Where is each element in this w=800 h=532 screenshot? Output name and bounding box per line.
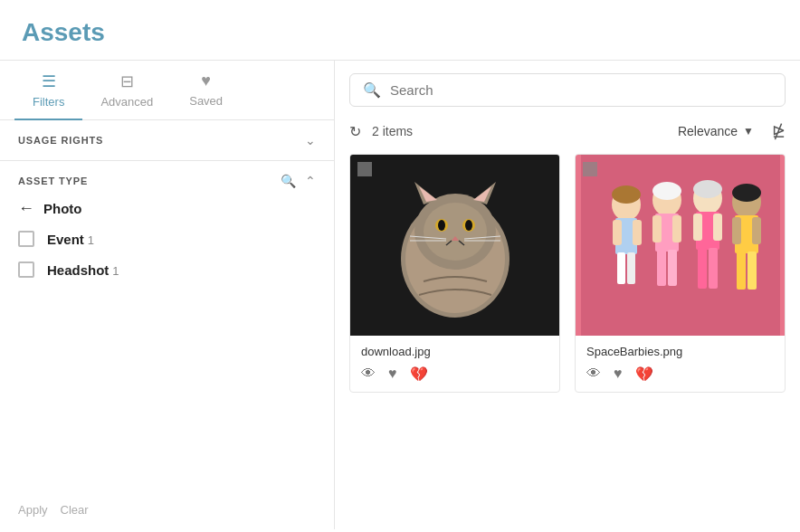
thumbnail-select-checkbox-2[interactable] (583, 162, 597, 176)
search-bar: 🔍 (349, 73, 786, 107)
sidebar: ☰ Filters ⊟ Advanced ♥ Saved USAGE RIGHT… (0, 61, 335, 529)
svg-rect-38 (709, 248, 718, 289)
asset-actions-1: 👁 ♥ 💔 (361, 366, 548, 383)
search-bar-container: 🔍 (335, 61, 800, 116)
back-arrow-icon: ← (18, 199, 34, 218)
headshot-checkbox-item: Headshot1 (18, 261, 316, 278)
event-label: Event1 (47, 232, 94, 247)
asset-actions-2: 👁 ♥ 💔 (586, 366, 774, 383)
tab-advanced[interactable]: ⊟ Advanced (82, 61, 171, 119)
refresh-icon[interactable]: ↻ (349, 123, 361, 140)
svg-rect-31 (657, 250, 666, 286)
search-icon: 🔍 (363, 81, 381, 99)
tab-advanced-label: Advanced (100, 95, 153, 109)
results-bar: ↻ 2 items Relevance ▼ ⋭ (335, 116, 800, 150)
content-area: 🔍 ↻ 2 items Relevance ▼ ⋭ (335, 61, 800, 529)
event-checkbox-item: Event1 (18, 231, 316, 247)
svg-rect-44 (748, 252, 757, 290)
svg-rect-36 (713, 214, 722, 241)
tab-saved[interactable]: ♥ Saved (171, 61, 241, 119)
svg-rect-43 (737, 252, 746, 290)
asset-search-icon[interactable]: 🔍 (281, 174, 296, 188)
usage-rights-section[interactable]: USAGE RIGHTS ⌄ (0, 120, 334, 161)
svg-rect-26 (627, 252, 635, 284)
thumbnail-select-checkbox-1[interactable] (357, 162, 372, 176)
tab-saved-label: Saved (189, 94, 223, 108)
svg-point-11 (438, 220, 445, 231)
saved-icon: ♥ (201, 71, 211, 90)
svg-rect-41 (732, 217, 741, 244)
remove-icon-1[interactable]: 💔 (410, 366, 428, 383)
svg-point-47 (693, 180, 722, 198)
asset-collapse-icon[interactable]: ⌃ (305, 174, 316, 188)
usage-rights-title: USAGE RIGHTS (18, 135, 103, 146)
filters-icon: ☰ (42, 71, 56, 91)
cat-image (356, 155, 555, 336)
svg-rect-37 (698, 248, 707, 289)
preview-icon-2[interactable]: 👁 (586, 366, 601, 383)
remove-icon-2[interactable]: 💔 (635, 366, 653, 383)
asset-name-2: SpaceBarbies.png (586, 345, 774, 358)
headshot-label: Headshot1 (47, 262, 119, 278)
asset-thumbnail-2 (576, 155, 785, 336)
tab-filters-label: Filters (33, 95, 64, 109)
asset-info-1: download.jpg 👁 ♥ 💔 (350, 336, 559, 392)
asset-type-controls: 🔍 ⌃ (281, 174, 316, 188)
asset-type-title: ASSET TYPE (18, 176, 88, 186)
tab-filters[interactable]: ☰ Filters (14, 61, 82, 119)
asset-name-1: download.jpg (361, 345, 548, 358)
barbie-image (581, 155, 780, 336)
svg-rect-29 (652, 215, 662, 242)
search-input[interactable] (390, 82, 772, 98)
svg-point-8 (424, 203, 487, 261)
assets-grid: download.jpg 👁 ♥ 💔 (335, 150, 800, 396)
sort-label: Relevance (678, 124, 738, 138)
svg-rect-42 (752, 217, 761, 244)
svg-rect-32 (668, 250, 677, 286)
back-to-photo[interactable]: ← Photo (18, 199, 316, 218)
headshot-count: 1 (112, 264, 119, 278)
svg-rect-24 (633, 220, 642, 245)
photo-label: Photo (43, 201, 82, 216)
svg-rect-35 (693, 214, 702, 241)
sort-chevron-icon: ▼ (743, 125, 754, 138)
svg-point-12 (465, 220, 472, 231)
advanced-icon: ⊟ (120, 71, 134, 91)
favorite-icon-1[interactable]: ♥ (388, 366, 397, 383)
svg-rect-25 (617, 252, 625, 284)
asset-card-1[interactable]: download.jpg 👁 ♥ 💔 (349, 154, 560, 393)
svg-rect-30 (672, 215, 681, 242)
event-count: 1 (88, 233, 94, 247)
asset-card-2[interactable]: SpaceBarbies.png 👁 ♥ 💔 (575, 154, 786, 393)
sidebar-tabs: ☰ Filters ⊟ Advanced ♥ Saved (0, 61, 334, 120)
items-count: 2 items (372, 124, 667, 138)
svg-point-46 (652, 182, 681, 200)
page-title: Assets (0, 0, 800, 61)
preview-icon-1[interactable]: 👁 (361, 366, 376, 383)
svg-rect-23 (613, 220, 622, 245)
chevron-down-icon: ⌄ (305, 133, 316, 147)
svg-point-48 (732, 184, 761, 202)
apply-button[interactable]: Apply (18, 503, 48, 517)
grid-view-icon[interactable]: ⋭ (772, 121, 786, 141)
asset-type-section: ASSET TYPE 🔍 ⌃ ← Photo Event1 (0, 161, 334, 292)
favorite-icon-2[interactable]: ♥ (614, 366, 623, 383)
event-checkbox[interactable] (18, 231, 34, 247)
svg-point-45 (612, 185, 641, 204)
asset-thumbnail-1 (350, 155, 559, 336)
headshot-checkbox[interactable] (18, 261, 34, 278)
sidebar-actions: Apply Clear (0, 490, 334, 529)
clear-button[interactable]: Clear (61, 503, 89, 517)
sort-control[interactable]: Relevance ▼ (678, 124, 754, 138)
asset-info-2: SpaceBarbies.png 👁 ♥ 💔 (576, 336, 785, 392)
asset-type-header: ASSET TYPE 🔍 ⌃ (18, 174, 316, 188)
